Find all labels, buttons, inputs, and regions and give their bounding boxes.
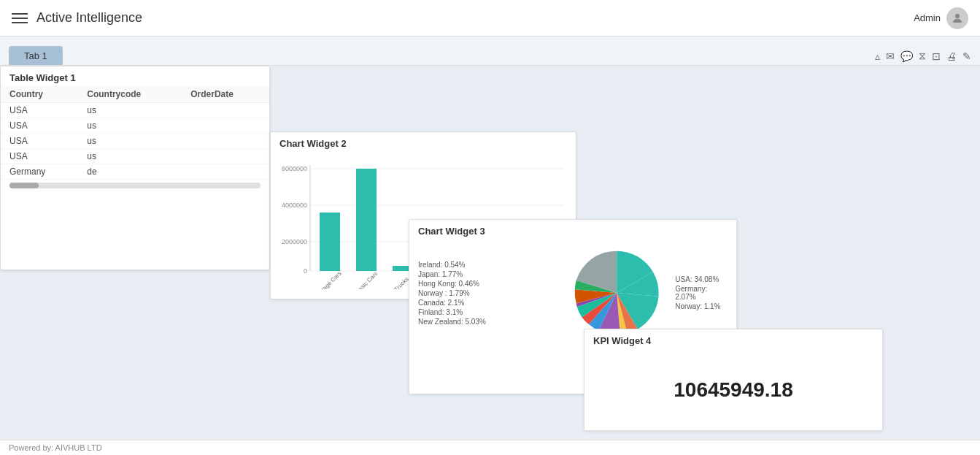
email-icon[interactable]: ✉ <box>886 50 895 62</box>
pie-chart-svg <box>571 245 662 340</box>
kpi-widget-title: KPI Widget 4 <box>584 329 882 349</box>
table-row: USAus <box>1 134 269 149</box>
svg-text:4000000: 4000000 <box>282 202 307 209</box>
svg-point-0 <box>955 14 960 18</box>
table-scrollbar-thumb[interactable] <box>9 183 39 188</box>
tab-1[interactable]: Tab 1 <box>9 46 63 65</box>
toolbar-icons: ▵ ✉ 💬 ⧖ ⊡ 🖨 ✎ <box>875 50 971 65</box>
table-widget-1: Table Widget 1 Country Countrycode Order… <box>0 66 270 270</box>
header: Active Intelligence Admin <box>0 0 980 37</box>
table-scrollbar[interactable] <box>9 183 261 188</box>
print-icon[interactable]: 🖨 <box>946 50 957 62</box>
edit-icon[interactable]: ✎ <box>962 50 971 62</box>
admin-label: Admin <box>914 12 941 23</box>
tab-list: Tab 1 <box>9 46 63 65</box>
tab-bar: Tab 1 ▵ ✉ 💬 ⧖ ⊡ 🖨 ✎ <box>0 37 980 66</box>
svg-text:Trucks: Trucks <box>393 276 410 289</box>
svg-rect-11 <box>356 169 377 271</box>
kpi-value: 10645949.18 <box>584 349 882 431</box>
app-title: Active Intelligence <box>36 10 142 26</box>
avatar <box>946 7 968 29</box>
table-widget-title: Table Widget 1 <box>1 66 269 86</box>
svg-text:6000000: 6000000 <box>282 165 307 172</box>
kpi-widget-4: KPI Widget 4 10645949.18 <box>584 329 883 431</box>
svg-rect-9 <box>320 213 340 271</box>
main-canvas: Table Widget 1 Country Countrycode Order… <box>0 66 980 437</box>
pie-legend-left: Ireland: 0.54% Japan: 1.77% Hong Kong: 0… <box>418 259 564 327</box>
pie-legend-right: USA: 34.08% Germany: 2.07% Norway: 1.1% <box>675 274 728 312</box>
svg-text:0: 0 <box>304 267 307 275</box>
screenshot-icon[interactable]: ⊡ <box>932 50 941 62</box>
filter2-icon[interactable]: ⧖ <box>919 50 926 62</box>
header-left: Active Intelligence <box>12 10 914 26</box>
table-row: Germanyde <box>1 164 269 180</box>
chart-widget-2-title: Chart Widget 2 <box>271 132 576 152</box>
svg-text:2000000: 2000000 <box>282 238 307 245</box>
svg-text:Classic Cars: Classic Cars <box>351 270 379 289</box>
table-row: USAus <box>1 149 269 164</box>
comment-icon[interactable]: 💬 <box>900 50 913 62</box>
hamburger-menu[interactable] <box>12 13 28 23</box>
col-countrycode: Countrycode <box>78 86 182 103</box>
filter-icon[interactable]: ▵ <box>875 50 880 62</box>
chart-widget-3-title: Chart Widget 3 <box>409 220 736 240</box>
table-row: USAus <box>1 103 269 118</box>
svg-text:Vintage Cars: Vintage Cars <box>315 270 343 289</box>
col-country: Country <box>1 86 78 103</box>
col-orderdate: OrderDate <box>182 86 269 103</box>
table-row: USAus <box>1 118 269 134</box>
header-right: Admin <box>914 7 968 29</box>
data-table: Country Countrycode OrderDate USAus USAu… <box>1 86 269 180</box>
